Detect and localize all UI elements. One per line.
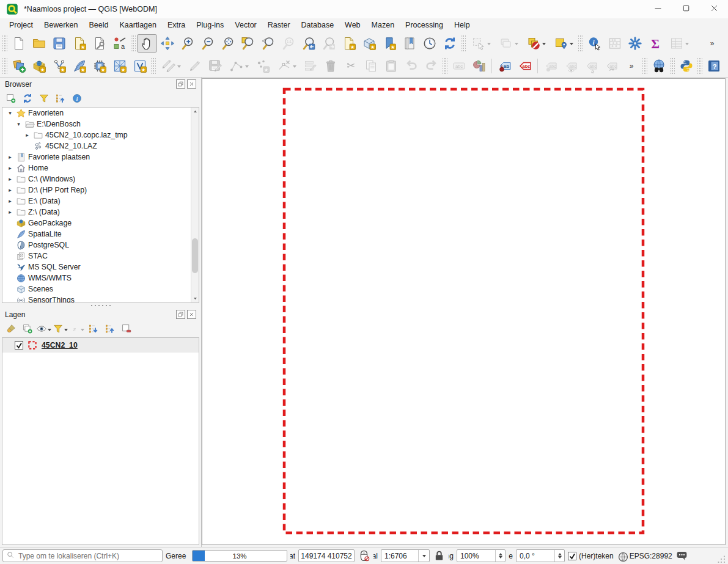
spin-down-icon[interactable]	[555, 556, 564, 562]
coordinate-box[interactable]: 149174 410752	[298, 549, 355, 562]
filter-legend-button[interactable]	[53, 322, 68, 335]
browser-item-45cn2-10-copc-laz-tmp[interactable]: ▸45CN2_10.copc.laz_tmp	[2, 130, 199, 141]
browser-item-e-data[interactable]: ▸E:\ (Data)	[2, 196, 199, 207]
processing-toolbox-button[interactable]	[625, 34, 645, 53]
expander-icon[interactable]: ▾	[6, 110, 14, 116]
manage-map-themes-button[interactable]	[36, 322, 51, 335]
map-canvas[interactable]	[202, 78, 726, 545]
browser-float-button[interactable]	[176, 79, 185, 89]
style-manager-button[interactable]: a	[109, 34, 130, 53]
collapse-all-button[interactable]	[53, 92, 68, 105]
deselect-features-dropdown[interactable]	[542, 43, 546, 47]
collapse-all-layers-button[interactable]	[102, 322, 117, 335]
add-selected-layers-button[interactable]	[3, 92, 18, 105]
properties-widget-button[interactable]: i	[69, 92, 84, 105]
zoom-to-layer-button[interactable]	[258, 34, 278, 53]
zoom-last-button[interactable]	[298, 34, 318, 53]
menu-kaartlagen[interactable]: Kaartlagen	[114, 20, 161, 31]
browser-item-home[interactable]: ▸Home	[2, 163, 199, 174]
menu-help[interactable]: Help	[449, 20, 476, 31]
browser-item-scenes[interactable]: Scenes	[2, 284, 199, 295]
deselect-features-button[interactable]	[522, 34, 550, 53]
label-toolbar-extension-button[interactable]: »	[621, 57, 641, 75]
messages-icon[interactable]	[675, 549, 688, 562]
maximize-button[interactable]	[672, 0, 700, 18]
browser-item-geopackage[interactable]: GeoPackage	[2, 218, 199, 229]
browser-item-ms-sql-server[interactable]: MS SQL Server	[2, 262, 199, 273]
zoom-in-button[interactable]	[177, 34, 197, 53]
manage-map-themes-dropdown[interactable]	[48, 329, 51, 333]
browser-item-spatialite[interactable]: SpatiaLite	[2, 229, 199, 240]
browser-item-c-windows[interactable]: ▸C:\ (Windows)	[2, 174, 199, 185]
statistical-summary-button[interactable]: Σ	[645, 34, 665, 53]
browser-item-favoriete-plaatsen[interactable]: ▸Favoriete plaatsen	[2, 152, 199, 163]
add-group-button[interactable]	[20, 322, 35, 335]
mouse-extent-icon[interactable]	[358, 549, 370, 562]
panel-splitter[interactable]	[0, 303, 201, 308]
pan-map-button[interactable]	[137, 34, 157, 53]
spin-up-icon[interactable]	[496, 550, 505, 556]
python-console-button[interactable]	[676, 57, 696, 75]
scroll-up-icon[interactable]	[191, 108, 199, 115]
temporal-controller-button[interactable]	[419, 34, 439, 53]
help-button[interactable]: ?	[704, 57, 724, 75]
layers-float-button[interactable]	[176, 310, 185, 319]
browser-item-wms-wmts[interactable]: WMS/WMTS	[2, 273, 199, 284]
toolbar-extension-button[interactable]: »	[702, 34, 722, 53]
new-gpx-layer-button[interactable]: ★	[130, 57, 150, 75]
show-spatial-bookmarks-button[interactable]	[399, 34, 419, 53]
new-geopackage-layer-button[interactable]: ★	[29, 57, 49, 75]
layers-close-button[interactable]	[187, 310, 196, 319]
expander-icon[interactable]: ▸	[6, 198, 14, 204]
remove-layer-button[interactable]	[119, 322, 134, 335]
menu-vector[interactable]: Vector	[229, 20, 262, 31]
browser-item-sensorthings[interactable]: SensorThings	[2, 295, 199, 303]
render-checkbox[interactable]	[568, 552, 576, 560]
expander-icon[interactable]: ▸	[6, 154, 14, 160]
menu-raster[interactable]: Raster	[262, 20, 296, 31]
zoom-to-selection-button[interactable]	[238, 34, 258, 53]
menu-beeld[interactable]: Beeld	[84, 20, 114, 31]
filter-legend-dropdown[interactable]	[64, 329, 68, 333]
new-3d-map-view-button[interactable]: ★	[359, 34, 379, 53]
browser-item-postgresql[interactable]: PostgreSQL	[2, 240, 199, 251]
layer-diagram-options-button[interactable]	[469, 57, 489, 75]
new-print-layout-button[interactable]: ★	[69, 34, 89, 53]
magnifier-spinbox[interactable]: 100%	[457, 549, 506, 562]
spin-down-icon[interactable]	[496, 556, 505, 562]
spin-up-icon[interactable]	[555, 550, 564, 556]
scale-dropdown[interactable]	[418, 550, 429, 562]
expander-icon[interactable]: ▸	[23, 132, 31, 138]
layer-labeling-options-button[interactable]: ab	[495, 57, 515, 75]
rotation-spinbox[interactable]: 0,0 °	[516, 549, 565, 562]
layer-visibility-checkbox[interactable]	[15, 341, 23, 350]
expander-icon[interactable]: ▸	[6, 176, 14, 182]
show-unplaced-labels-button[interactable]: abc	[515, 57, 535, 75]
scroll-down-icon[interactable]	[191, 295, 199, 302]
save-project-button[interactable]	[49, 34, 69, 53]
filter-browser-button[interactable]	[36, 92, 51, 105]
expander-icon[interactable]: ▾	[15, 121, 23, 127]
menu-project[interactable]: Project	[4, 20, 39, 31]
metasearch-button[interactable]	[649, 57, 669, 75]
browser-item-stac[interactable]: STAC	[2, 251, 199, 262]
identify-features-button[interactable]: i	[584, 34, 605, 53]
lock-icon[interactable]	[433, 549, 446, 562]
close-button[interactable]	[700, 0, 728, 18]
browser-scrollbar[interactable]	[191, 108, 199, 302]
menu-web[interactable]: Web	[339, 20, 366, 31]
select-by-location-button[interactable]	[550, 34, 577, 53]
select-by-location-dropdown[interactable]	[570, 43, 573, 47]
refresh-browser-button[interactable]	[20, 92, 35, 105]
menu-extra[interactable]: Extra	[162, 20, 191, 31]
new-virtual-layer-button[interactable]: ★	[89, 57, 109, 75]
zoom-out-button[interactable]	[197, 34, 218, 53]
new-project-button[interactable]	[9, 34, 29, 53]
open-layer-styling-button[interactable]	[3, 322, 18, 335]
browser-item-45cn2-10-laz[interactable]: 45CN2_10.LAZ	[2, 141, 199, 152]
browser-item-d-hp-port-rep[interactable]: ▸D:\ (HP Port Rep)	[2, 185, 199, 196]
zoom-full-button[interactable]	[218, 34, 238, 53]
minimize-button[interactable]	[644, 0, 672, 18]
new-map-view-button[interactable]: ★	[339, 34, 359, 53]
new-mesh-layer-button[interactable]: ★	[109, 57, 130, 75]
